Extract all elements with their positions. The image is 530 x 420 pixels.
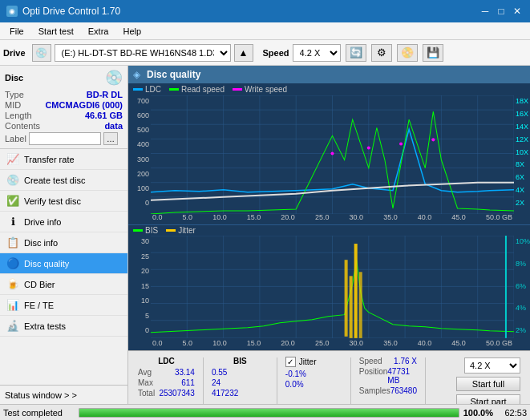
ldc-color-swatch <box>133 88 143 91</box>
sidebar-item-verify-test-disc[interactable]: ✅ Verify test disc <box>0 191 127 212</box>
disc-type-val: BD-R DL <box>87 90 123 99</box>
svg-rect-41 <box>350 277 353 339</box>
disc-mid-row: MID CMCMAGDI6 (000) <box>5 100 123 110</box>
bis-total-row: 417232 <box>212 389 269 398</box>
sidebar-item-fe-te[interactable]: 📊 FE / TE <box>0 295 127 316</box>
read-speed-legend-label: Read speed <box>181 85 225 94</box>
sidebar-item-cd-bier[interactable]: 🍺 CD Bier <box>0 274 127 295</box>
sidebar-item-fe-te-label: FE / TE <box>24 301 54 310</box>
jitter-avg-val: -0.1% <box>285 370 306 378</box>
top-chart-legend: LDC Read speed Write speed <box>128 83 530 95</box>
menu-file[interactable]: File <box>3 25 30 38</box>
bis-header: BIS <box>212 357 269 365</box>
svg-point-21 <box>399 142 403 145</box>
bottom-progress-bar: Test completed 100.0% 62:53 <box>0 404 530 420</box>
disc-label-label: Label <box>5 134 26 143</box>
bis-max-val: 24 <box>212 378 220 387</box>
bis-total-val: 417232 <box>212 389 238 398</box>
disc-header: Disc 💿 <box>5 69 123 87</box>
progress-track <box>79 408 459 418</box>
progress-fill <box>79 409 459 417</box>
ldc-avg-row: Avg 33.14 <box>138 368 195 377</box>
disc-length-row: Length 46.61 GB <box>5 111 123 120</box>
top-chart: 700 600 500 400 300 200 100 0 18X 16X 14… <box>128 95 530 226</box>
disc-label-browse-button[interactable]: … <box>103 132 118 145</box>
settings-button[interactable]: ⚙ <box>371 44 392 62</box>
drivebar: Drive 💿 (E:) HL-DT-ST BD-RE WH16NS48 1.D… <box>0 40 530 66</box>
quality-speed-select[interactable]: 4.2 X <box>464 357 520 374</box>
bis-avg-row: 0.55 <box>212 368 269 377</box>
sidebar-item-create-test-disc-label: Create test disc <box>24 176 85 185</box>
disc-label-input[interactable] <box>29 132 101 145</box>
refresh-button[interactable]: 🔄 <box>346 44 366 62</box>
write-speed-legend-label: Write speed <box>245 85 287 94</box>
position-row: Position 47731 MB <box>359 367 417 385</box>
legend-read-speed: Read speed <box>169 85 225 94</box>
close-button[interactable]: ✕ <box>511 5 524 18</box>
progress-status-label: Test completed <box>3 408 75 418</box>
position-val: 47731 MB <box>387 367 417 385</box>
sidebar-item-disc-quality[interactable]: 🔵 Disc quality <box>0 253 127 274</box>
jitter-avg-row: -0.1% <box>285 370 342 378</box>
max-label: Max <box>138 378 153 387</box>
ldc-total-row: Total 25307343 <box>138 389 195 398</box>
top-chart-y-right: 18X 16X 14X 12X 10X 8X 6X 4X 2X <box>514 95 530 209</box>
disc-length-val: 46.61 GB <box>85 111 123 120</box>
sidebar-item-disc-info[interactable]: 📋 Disc info <box>0 232 127 253</box>
top-chart-y-left: 700 600 500 400 300 200 100 0 <box>128 95 151 209</box>
titlebar-controls: ─ □ ✕ <box>479 5 524 18</box>
chart-header: ◈ Disc quality <box>128 66 530 83</box>
app-icon: ◉ <box>6 6 18 17</box>
start-full-button[interactable]: Start full <box>456 377 520 391</box>
samples-label: Samples <box>359 386 390 395</box>
disc-mid-label: MID <box>5 100 21 110</box>
menu-extra[interactable]: Extra <box>82 25 115 38</box>
drive-select[interactable]: (E:) HL-DT-ST BD-RE WH16NS48 1.D3 <box>55 44 231 62</box>
status-window-button[interactable]: Status window > > <box>0 385 127 404</box>
speed-label: Speed <box>263 48 289 58</box>
status-window-label: Status window > > <box>5 390 77 400</box>
ldc-total-val: 25307343 <box>159 389 195 398</box>
disc-icon: 💿 <box>105 69 123 87</box>
disc-label-row: Label … <box>5 132 123 145</box>
drive-info-icon: ℹ <box>6 216 19 228</box>
disc-mid-val: CMCMAGDI6 (000) <box>45 100 123 110</box>
maximize-button[interactable]: □ <box>495 5 508 18</box>
nav-items: 📈 Transfer rate 💿 Create test disc ✅ Ver… <box>0 149 127 385</box>
jitter-checkbox-row: ✓ Jitter <box>285 357 342 367</box>
chart-header-title: Disc quality <box>147 69 200 80</box>
save-button[interactable]: 💾 <box>423 44 443 62</box>
disc-contents-val: data <box>104 121 123 131</box>
eject-button[interactable]: ▲ <box>234 44 253 62</box>
jitter-checkbox[interactable]: ✓ <box>285 357 296 367</box>
menu-start-test[interactable]: Start test <box>32 25 80 38</box>
progress-percent: 100.0% <box>463 408 493 418</box>
legend-jitter: Jitter <box>166 226 196 235</box>
sidebar: Disc 💿 Type BD-R DL MID CMCMAGDI6 (000) … <box>0 66 128 420</box>
bottom-chart-svg <box>151 236 514 338</box>
bottom-chart-x-axis: 0.0 5.0 10.0 15.0 20.0 25.0 30.0 35.0 40… <box>151 336 514 350</box>
sidebar-item-extra-tests[interactable]: 🔬 Extra tests <box>0 316 127 337</box>
ldc-max-row: Max 611 <box>138 378 195 387</box>
drive-label: Drive <box>3 48 26 58</box>
svg-rect-43 <box>359 273 362 339</box>
disc-panel-title: Disc <box>5 73 23 83</box>
sidebar-item-verify-test-disc-label: Verify test disc <box>24 196 81 206</box>
ldc-legend-label: LDC <box>145 85 161 94</box>
top-chart-svg <box>151 95 514 214</box>
menu-help[interactable]: Help <box>116 25 148 38</box>
sidebar-item-transfer-rate[interactable]: 📈 Transfer rate <box>0 149 127 170</box>
menubar: File Start test Extra Help <box>0 22 530 40</box>
speed-select[interactable]: 4.2 X <box>293 44 341 62</box>
minimize-button[interactable]: ─ <box>479 5 492 18</box>
sidebar-item-create-test-disc[interactable]: 💿 Create test disc <box>0 170 127 191</box>
sidebar-item-cd-bier-label: CD Bier <box>24 280 55 289</box>
disc-type-label: Type <box>5 90 24 99</box>
sidebar-item-drive-info[interactable]: ℹ Drive info <box>0 212 127 232</box>
bottom-chart: 30 25 20 15 10 5 0 10% 8% 6% 4% 2% <box>128 236 530 350</box>
position-label: Position <box>359 367 388 385</box>
disc-info-button[interactable]: 📀 <box>397 44 418 62</box>
bis-color-swatch <box>133 229 143 232</box>
drive-icon-button[interactable]: 💿 <box>32 44 51 62</box>
bis-legend-label: BIS <box>145 226 158 235</box>
